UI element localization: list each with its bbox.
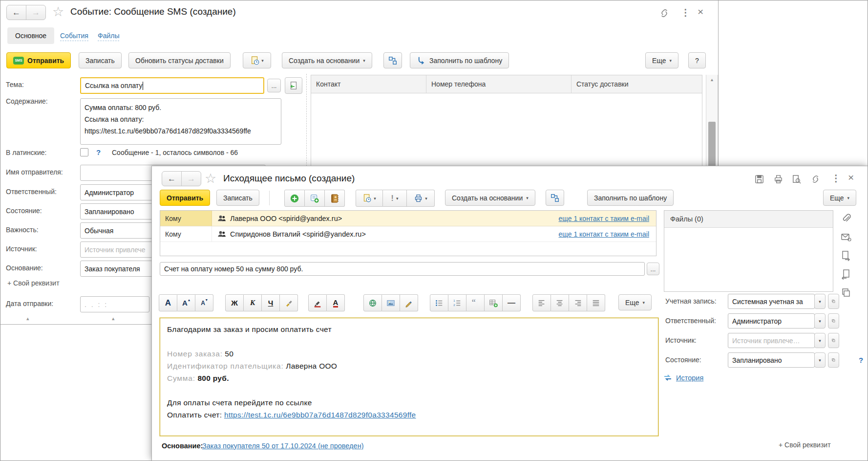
insert-image-button[interactable] [382, 294, 400, 311]
recipient-role-cell[interactable]: Кому [160, 226, 212, 241]
italic-button[interactable]: К [244, 294, 262, 311]
create-based-on-button[interactable]: Создать на основании ▾ [282, 52, 372, 68]
send-date-input[interactable]: . . : : [80, 296, 149, 312]
save-button[interactable]: Записать [216, 190, 259, 206]
send-sms-button[interactable]: SMS Отправить [6, 52, 71, 68]
more-actions-button[interactable]: Еще ▾ [645, 52, 678, 68]
numbered-list-button[interactable]: 12 [448, 294, 466, 311]
get-link-icon[interactable] [810, 174, 821, 184]
save-icon[interactable] [754, 174, 764, 184]
quote-button[interactable]: “ [466, 294, 485, 311]
add-custom-attribute-link[interactable]: + Свой реквизит [7, 279, 60, 287]
get-link-icon[interactable] [659, 8, 670, 19]
font-color-button[interactable]: A [327, 294, 345, 311]
forward-button[interactable]: → [181, 172, 201, 186]
account-input[interactable]: Системная учетная за [728, 294, 815, 309]
underline-button[interactable]: Ч [262, 294, 280, 311]
footer-base-link[interactable]: Заказ покупателя 50 от 17.10.2024 (не пр… [202, 442, 363, 450]
back-button[interactable]: ← [162, 172, 181, 186]
bullet-list-button[interactable] [430, 294, 448, 311]
tab-files[interactable]: Файлы [98, 32, 119, 41]
highlight-color-button[interactable] [308, 294, 327, 311]
insert-link-button[interactable] [363, 294, 382, 311]
scrollbar-thumb[interactable] [708, 122, 716, 167]
forward-button[interactable]: → [26, 5, 45, 20]
source-open-button[interactable] [828, 333, 839, 348]
same-email-link[interactable]: еще 1 контакт с таким e-mail [559, 215, 649, 222]
add-recipient-button[interactable] [284, 190, 305, 207]
save-button[interactable]: Записать [79, 52, 122, 68]
align-right-button[interactable] [569, 294, 587, 311]
create-based-on-button[interactable]: Создать на основании ▾ [445, 190, 535, 206]
close-icon[interactable]: × [848, 172, 854, 183]
scroll-up-icon[interactable]: ▴ [706, 75, 718, 82]
state-dropdown-button[interactable]: ▾ [814, 352, 826, 368]
bold-button[interactable]: Ж [225, 294, 244, 311]
files-panel-body[interactable] [664, 228, 833, 292]
format-more-button[interactable]: Еще ▾ [618, 294, 652, 310]
align-center-button[interactable] [551, 294, 569, 311]
related-documents-button[interactable] [383, 52, 402, 68]
insert-template-button[interactable] [285, 77, 302, 94]
fill-by-template-button[interactable]: Заполнить по шаблону [410, 52, 509, 68]
state-help-icon[interactable]: ? [859, 356, 863, 364]
update-delivery-status-button[interactable]: Обновить статусы доставки [128, 52, 231, 68]
add-from-list-button[interactable] [305, 190, 325, 207]
font-increase-button[interactable]: А▴ [177, 294, 195, 311]
account-dropdown-button[interactable]: ▾ [814, 294, 826, 309]
reminder-dropdown-button[interactable]: ▾ [243, 52, 271, 68]
add-custom-attribute-link[interactable]: + Свой реквизит [779, 441, 831, 449]
subject-choose-button[interactable]: ... [647, 263, 659, 275]
more-menu-icon[interactable]: ⋮ [831, 173, 841, 184]
history-link[interactable]: История [676, 374, 703, 382]
align-justify-button[interactable] [587, 294, 605, 311]
back-button[interactable]: ← [7, 5, 26, 20]
tab-events[interactable]: События [60, 32, 88, 41]
font-button[interactable]: А [159, 294, 177, 311]
export-file-icon[interactable] [841, 250, 851, 261]
recipient-row[interactable]: Кому Лаверна ООО <spirid@yandex.ru> еще … [160, 211, 656, 226]
importance-dropdown-button[interactable]: ! ▾ [383, 190, 407, 207]
column-header-phone[interactable]: Номер телефона [426, 75, 572, 93]
mail-attach-icon[interactable] [841, 232, 851, 242]
email-body-editor[interactable]: Благодарим за заказ и просим оплатить сч… [160, 318, 658, 436]
copy-icon[interactable] [841, 287, 851, 298]
send-email-button[interactable]: Отправить [160, 190, 210, 206]
account-open-button[interactable] [828, 294, 839, 309]
state-input[interactable]: Запланировано [728, 352, 815, 368]
same-email-link[interactable]: еще 1 контакт с таким e-mail [559, 230, 649, 238]
format-painter-button[interactable] [280, 294, 298, 311]
horizontal-rule-button[interactable]: — [503, 294, 521, 311]
address-book-button[interactable] [325, 190, 345, 207]
close-icon[interactable]: × [698, 6, 703, 18]
latin-help-icon[interactable]: ? [96, 148, 101, 156]
related-documents-button[interactable] [546, 190, 564, 206]
theme-input[interactable]: Ссылка на оплату [80, 77, 264, 94]
recipient-contact[interactable]: Спиридонов Виталий <spirid@yandex.ru> [230, 230, 366, 238]
reminder-dropdown-button[interactable]: ▾ [356, 190, 383, 207]
import-file-icon[interactable] [841, 269, 851, 280]
more-menu-icon[interactable]: ⋮ [681, 7, 690, 18]
recipient-row[interactable]: Кому Спиридонов Виталий <spirid@yandex.r… [160, 226, 656, 242]
favorite-star-icon[interactable]: ☆ [205, 172, 216, 185]
recipient-contact[interactable]: Лаверна ООО <spirid@yandex.ru> [230, 215, 342, 222]
column-header-contact[interactable]: Контакт [311, 75, 426, 93]
fill-by-template-button[interactable]: Заполнить по шаблону [587, 190, 674, 206]
align-left-button[interactable] [532, 294, 551, 311]
source-input[interactable]: Источник привлече… [728, 333, 815, 348]
latin-checkbox[interactable] [80, 148, 88, 156]
state-open-button[interactable] [828, 352, 839, 368]
files-panel-header[interactable]: Файлы (0) [664, 211, 833, 228]
content-textarea[interactable]: Сумма оплаты: 800 руб. Ссылка на оплату:… [80, 98, 281, 145]
print-dropdown-button[interactable]: ▾ [407, 190, 435, 207]
responsible-dropdown-button[interactable]: ▾ [814, 313, 826, 329]
tab-main[interactable]: Основное [7, 27, 54, 44]
preview-icon[interactable] [791, 174, 802, 184]
recipient-role-cell[interactable]: Кому [160, 211, 212, 226]
help-button[interactable]: ? [688, 52, 706, 68]
signature-button[interactable] [400, 294, 418, 311]
insert-table-button[interactable] [485, 294, 503, 311]
responsible-open-button[interactable] [828, 313, 839, 329]
subject-input[interactable]: Счет на оплату номер 50 на сумму 800 руб… [160, 262, 645, 276]
print-icon[interactable] [773, 174, 783, 184]
